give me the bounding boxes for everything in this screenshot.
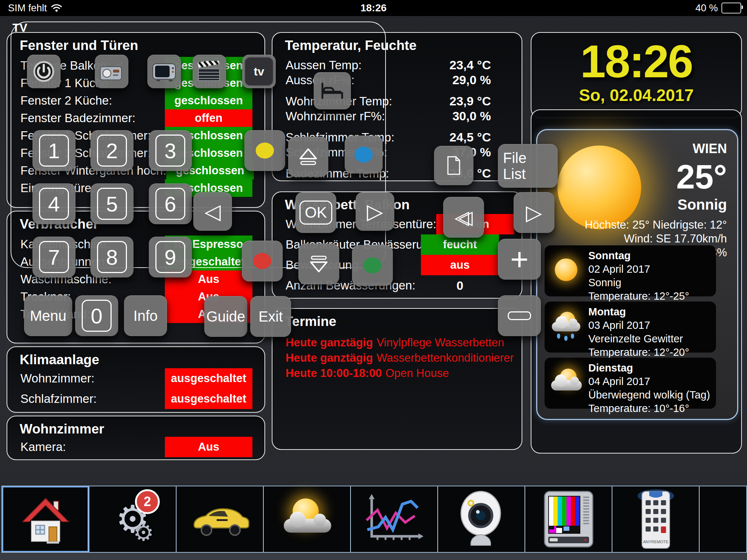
rewind-button[interactable]: ◁◁ [443, 197, 484, 238]
radio-icon [100, 62, 124, 81]
forecast-card: Dienstag 04 April 2017 Überwiegend wolki… [545, 358, 716, 409]
file-page-button[interactable] [434, 146, 473, 185]
rewind-icon: ◁◁ [454, 208, 462, 227]
tab-home[interactable] [2, 486, 89, 552]
tv-source-button[interactable] [147, 55, 181, 88]
status-badge: aus [421, 255, 499, 275]
sleep-button[interactable] [314, 72, 351, 109]
green-button[interactable] [352, 245, 393, 286]
tab-car[interactable] [177, 486, 264, 552]
skip-forward-button[interactable]: ▷ [356, 192, 394, 231]
tab-tv[interactable] [525, 486, 612, 552]
tab-webcam[interactable] [438, 486, 525, 552]
forecast-temp: Temperature: 12°-20° [588, 346, 689, 359]
arrow-left-icon: ◁ [205, 201, 221, 222]
tab-charts[interactable] [351, 486, 438, 552]
toolbar-filler [700, 486, 746, 552]
appletv-button[interactable]: tv [242, 55, 276, 88]
row-label: Schlafzimmer: [20, 392, 97, 406]
ticker-lead: Heute ganztägig [286, 351, 373, 365]
webcam-icon [458, 490, 505, 548]
remote-key-5[interactable]: 5 [90, 183, 133, 224]
table-row: Aussen rF%:29,0 % [272, 73, 522, 88]
eject-up-icon [298, 147, 318, 167]
chart-icon [361, 492, 427, 547]
remote-key-2[interactable]: 2 [90, 130, 133, 171]
remote-key-1[interactable]: 1 [32, 130, 76, 171]
skip-back-button[interactable]: ◁ [193, 192, 232, 231]
panel-title: Wohnzimmer [20, 421, 264, 437]
menu-button[interactable]: Menu [24, 295, 72, 336]
row-value: 29,0 % [452, 73, 491, 87]
yellow-button[interactable] [244, 130, 285, 171]
tab-remote[interactable]: ANYREMOTE [612, 486, 700, 552]
radio-button[interactable] [95, 55, 128, 88]
tv-icon [152, 61, 176, 82]
table-row: Wohnzimmer:ausgeschaltet [7, 368, 264, 389]
eject-button[interactable] [288, 137, 328, 177]
volume-down-button[interactable] [498, 295, 541, 336]
volume-up-button[interactable]: + [498, 239, 541, 280]
remote-key-6[interactable]: 6 [149, 183, 192, 224]
ticker-line: Heute 10:00-18:00Open House [272, 366, 522, 381]
tab-settings[interactable]: ⚙ ⚙ 2 [89, 486, 177, 552]
remote-key-7[interactable]: 7 [32, 237, 76, 277]
panel-title: Klimaanlage [20, 352, 264, 368]
table-row: Wohnzimmer Temp:23,9 °C [272, 94, 522, 109]
row-label: Kamera: [20, 440, 66, 454]
ticker-rest: Wasserbettenkonditionierer [376, 351, 514, 365]
weather-city: WIEN [585, 141, 727, 156]
table-row: Kamera:Aus [7, 437, 264, 457]
settings-icon-small: ⚙ [133, 519, 154, 546]
remote-key-3[interactable]: 3 [149, 130, 192, 171]
info-button[interactable]: Info [124, 295, 167, 336]
row-label: Aussen Temp: [286, 58, 362, 72]
forecast-condition: Überwiegend wolkig (Tag) [588, 388, 710, 402]
remote-key-9[interactable]: 9 [149, 237, 192, 277]
forecast-card: Sonntag 02 April 2017 Sonnig Temperature… [545, 245, 716, 296]
page-icon [446, 155, 462, 176]
panel-title: Termine [285, 314, 522, 329]
power-button[interactable] [27, 55, 61, 88]
table-row: Aussen Temp:23,4 °C [272, 58, 522, 73]
blue-button[interactable] [345, 136, 383, 174]
eject-down-button[interactable] [298, 244, 339, 284]
weather-widget[interactable]: WIEN 25° Sonnig Höchste: 25° Niedrigste:… [536, 129, 738, 420]
file-list-button[interactable]: File List [498, 144, 558, 188]
remote-key-0[interactable]: 0 [75, 295, 118, 336]
status-badge: Aus [165, 437, 252, 457]
row-value: 23,4 °C [449, 58, 491, 72]
movies-button[interactable] [193, 55, 226, 88]
forecast-date: 03 April 2017 [588, 319, 689, 332]
forecast-day: Montag [588, 305, 689, 319]
ok-button[interactable]: OK [295, 192, 336, 233]
row-label: Wohnzimmer: [20, 372, 94, 385]
row-value: 23,9 °C [449, 94, 491, 108]
tab-weather[interactable] [264, 486, 351, 552]
clock-time: 18:26 [531, 39, 741, 85]
status-bar: SIM fehlt 18:26 40 % [0, 0, 747, 16]
row-value: 0 [421, 279, 499, 293]
forecast-temp: Temperature: 10°-16° [588, 402, 710, 415]
exit-button[interactable]: Exit [250, 296, 291, 337]
blue-dot-icon [355, 147, 373, 163]
table-row: Schlafzimmer:ausgeschaltet [7, 389, 264, 409]
plus-icon: + [510, 247, 529, 272]
row-value: 30,0 % [452, 109, 491, 123]
weather-condition: Sonnig [585, 197, 727, 213]
row-label: Fenster Badezimmer: [20, 111, 135, 125]
ticker-rest: Vinylpflege Wasserbetten [376, 336, 504, 349]
play-button[interactable]: ▷ [514, 192, 554, 233]
guide-button[interactable]: Guide [204, 296, 247, 337]
ticker-line: Heute ganztägigWasserbettenkonditioniere… [272, 350, 522, 366]
bed-icon [320, 82, 344, 100]
status-badge: ausgeschaltet [165, 389, 252, 409]
panel-termine: Termine Heute ganztägigVinylpflege Wasse… [272, 308, 522, 450]
bottom-toolbar: ⚙ ⚙ 2 [1, 486, 747, 553]
remote-key-8[interactable]: 8 [90, 237, 133, 277]
row-label: Fenster 2 Küche: [20, 94, 112, 108]
panel-klimaanlage: Klimaanlage Wohnzimmer:ausgeschaltet Sch… [7, 346, 265, 413]
remote-key-4[interactable]: 4 [32, 183, 76, 224]
table-row: Fenster 2 Küche:geschlossen [7, 92, 264, 109]
red-button[interactable] [242, 241, 283, 281]
